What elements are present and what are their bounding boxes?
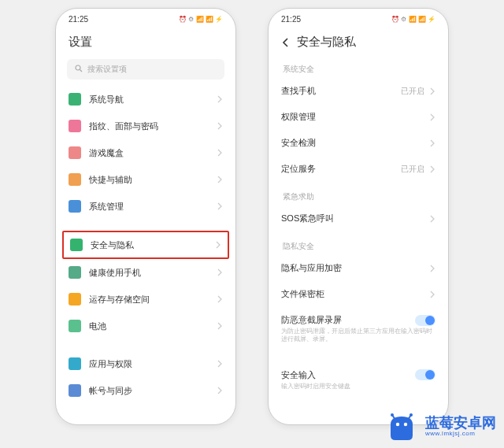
item-security-check[interactable]: 安全检测 (270, 130, 447, 156)
nav-icon (69, 93, 81, 106)
chevron-right-icon (217, 95, 223, 103)
svg-line-1 (80, 70, 83, 72)
search-placeholder: 搜索设置项 (87, 64, 127, 75)
item-desc: 输入密码时启用安全键盘 (281, 383, 350, 391)
page-title: 设置 (56, 27, 235, 54)
highlighted-row: 安全与隐私 (62, 231, 229, 259)
chevron-right-icon (217, 387, 223, 394)
status-icons: ⏰ ⚙ 📶 📶 ⚡ (179, 16, 223, 23)
fingerprint-icon (69, 120, 81, 132)
item-shortcut[interactable]: 快捷与辅助 (57, 166, 234, 193)
svg-point-6 (396, 423, 399, 426)
item-apps[interactable]: 应用与权限 (57, 350, 234, 377)
toggle-on[interactable] (415, 315, 435, 326)
chevron-right-icon (429, 291, 435, 298)
storage-icon (69, 293, 81, 305)
chevron-right-icon (429, 113, 435, 121)
section-system: 系统安全 (270, 54, 447, 78)
phone-security: 21:25 ⏰ ⚙ 📶 📶 ⚡ 安全与隐私 系统安全 查找手机 已开启 权限管理… (268, 8, 449, 425)
svg-point-0 (76, 65, 80, 70)
status-bar: 21:25 ⏰ ⚙ 📶 📶 ⚡ (269, 9, 448, 27)
value-enabled: 已开启 (401, 86, 424, 97)
chevron-right-icon (217, 149, 223, 157)
chevron-right-icon (217, 360, 223, 368)
game-icon (69, 146, 81, 159)
chevron-right-icon (429, 87, 435, 95)
chevron-right-icon (429, 165, 435, 173)
account-icon (69, 384, 81, 397)
battery-icon (69, 320, 81, 332)
item-file-vault[interactable]: 文件保密柜 (270, 281, 447, 307)
logo-icon (384, 409, 419, 443)
health-icon (69, 266, 81, 279)
phone-settings: 21:25 ⏰ ⚙ 📶 📶 ⚡ 设置 搜索设置项 系统导航 指纹、面部与密码 (55, 8, 236, 425)
chevron-right-icon (217, 268, 223, 276)
search-icon (75, 65, 83, 74)
item-security-privacy[interactable]: 安全与隐私 (64, 232, 228, 257)
status-time: 21:25 (281, 15, 301, 24)
item-app-encrypt[interactable]: 隐私与应用加密 (270, 255, 447, 281)
item-permission[interactable]: 权限管理 (270, 104, 447, 130)
item-find-phone[interactable]: 查找手机 已开启 (270, 78, 447, 104)
apps-icon (69, 357, 81, 370)
chevron-right-icon (215, 241, 221, 249)
section-emergency: 紧急求助 (270, 182, 447, 205)
shortcut-icon (69, 173, 81, 186)
chevron-right-icon (217, 122, 223, 130)
item-secure-input[interactable]: 安全输入 输入密码时启用安全键盘 (270, 362, 447, 398)
status-bar: 21:25 ⏰ ⚙ 📶 📶 ⚡ (56, 9, 235, 27)
settings-list: 系统导航 指纹、面部与密码 游戏魔盒 快捷与辅助 系统管理 (56, 86, 235, 404)
chevron-right-icon (217, 202, 223, 210)
item-health[interactable]: 健康使用手机 (57, 259, 234, 286)
item-system-manage[interactable]: 系统管理 (57, 193, 234, 220)
item-gamebox[interactable]: 游戏魔盒 (57, 139, 234, 166)
item-system-nav[interactable]: 系统导航 (57, 86, 234, 113)
item-account[interactable]: 帐号与同步 (57, 377, 234, 404)
watermark-text: 蓝莓安卓网 (425, 416, 496, 430)
status-icons: ⏰ ⚙ 📶 📶 ⚡ (391, 16, 435, 23)
chevron-right-icon (217, 176, 223, 183)
item-sos[interactable]: SOS紧急呼叫 (270, 205, 447, 231)
chevron-right-icon (217, 295, 223, 303)
back-button[interactable] (281, 38, 291, 47)
chevron-right-icon (429, 215, 435, 223)
watermark-url: www.lmkjsj.com (425, 430, 496, 437)
security-list: 系统安全 查找手机 已开启 权限管理 安全检测 定位服务 已开启 紧急求助 (269, 54, 448, 398)
page-title: 安全与隐私 (297, 35, 356, 50)
watermark: 蓝莓安卓网 www.lmkjsj.com (384, 409, 496, 443)
item-battery[interactable]: 电池 (57, 313, 234, 339)
svg-point-7 (404, 423, 407, 426)
toggle-on[interactable] (415, 369, 435, 380)
item-anti-screenshot[interactable]: 防恶意截屏录屏 为防止密码泄露，开启后禁止第三方应用在输入密码时进行截屏、录屏。 (270, 307, 447, 351)
item-desc: 为防止密码泄露，开启后禁止第三方应用在输入密码时进行截屏、录屏。 (281, 328, 435, 344)
item-location[interactable]: 定位服务 已开启 (270, 156, 447, 182)
status-time: 21:25 (69, 15, 88, 24)
item-storage[interactable]: 运存与存储空间 (57, 286, 234, 313)
shield-icon (70, 239, 83, 251)
chevron-right-icon (429, 139, 435, 147)
page-header: 安全与隐私 (269, 27, 448, 54)
search-input[interactable]: 搜索设置项 (67, 59, 224, 80)
system-icon (69, 200, 81, 213)
value-enabled: 已开启 (401, 164, 424, 175)
chevron-right-icon (217, 322, 223, 330)
item-fingerprint[interactable]: 指纹、面部与密码 (57, 113, 234, 139)
section-privacy: 隐私安全 (270, 231, 447, 255)
chevron-right-icon (429, 265, 435, 272)
